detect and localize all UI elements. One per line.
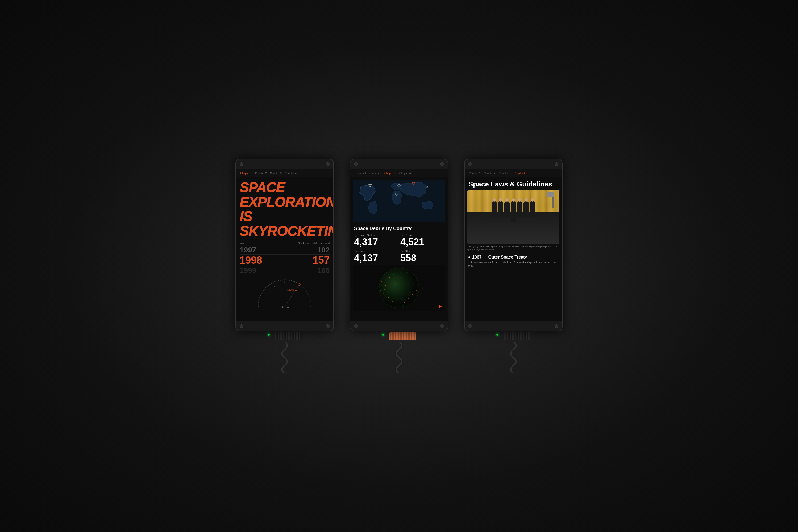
bottom-bar-2: + + bbox=[350, 321, 448, 331]
tab-chapter2-3[interactable]: Chapter 2 bbox=[482, 171, 497, 175]
screw-br-1: + bbox=[326, 324, 329, 328]
svg-point-35 bbox=[417, 288, 417, 288]
svg-point-37 bbox=[408, 299, 408, 299]
debris-us: △ United States 4,317 bbox=[354, 233, 398, 247]
person-2 bbox=[498, 201, 503, 217]
year-1998: 1998 bbox=[240, 255, 262, 266]
tab-chapter2-1[interactable]: Chapter 2 bbox=[253, 171, 268, 175]
laws-title-3: Space Laws & Guidelines bbox=[465, 177, 562, 190]
count-header: Number of satellites launched bbox=[298, 242, 329, 244]
screw-tr-3: + bbox=[555, 162, 558, 166]
treaty-year-label: 1967 — Outer Space Treaty bbox=[472, 255, 527, 260]
main-title-1: Space Exploration is Skyrocketing bbox=[236, 177, 333, 240]
photo-people bbox=[467, 201, 559, 228]
screen-2: Chapter 1 Chapter 2 Chapter 3 Chapter 4 bbox=[350, 169, 448, 321]
screw-bl-1: + bbox=[240, 324, 243, 328]
cable-area-2 bbox=[382, 331, 416, 374]
svg-point-29 bbox=[404, 302, 405, 303]
svg-point-40 bbox=[419, 286, 419, 287]
device-2: + + Chapter 1 Chapter 2 Chapter 3 Chapte… bbox=[350, 158, 448, 331]
globe-container-2 bbox=[353, 265, 445, 311]
section-title-2: Space Debris By Country bbox=[350, 224, 448, 233]
svg-point-32 bbox=[387, 281, 387, 282]
person-head-3 bbox=[506, 198, 509, 202]
top-bar-3: + + bbox=[465, 159, 562, 169]
world-map-svg bbox=[353, 179, 445, 222]
chapter-nav-3: Chapter 1 Chapter 2 Chapter 3 Chapter 4 bbox=[465, 169, 562, 177]
tab-chapter1-1[interactable]: Chapter 1 bbox=[239, 171, 253, 175]
chapter-nav-2: Chapter 1 Chapter 2 Chapter 3 Chapter 4 bbox=[350, 169, 448, 177]
count-166: 166 bbox=[317, 266, 329, 275]
coil-cable-2 bbox=[383, 342, 415, 374]
svg-point-34 bbox=[384, 289, 385, 290]
person-head-4 bbox=[512, 198, 515, 202]
svg-line-4 bbox=[294, 286, 295, 287]
svg-point-43 bbox=[403, 305, 403, 306]
person-7 bbox=[530, 201, 535, 217]
svg-point-18 bbox=[379, 268, 419, 308]
screw-bl-3: + bbox=[469, 324, 472, 328]
tab-chapter4-2[interactable]: Chapter 4 bbox=[398, 171, 413, 175]
cable-area-3 bbox=[496, 331, 530, 374]
coil-cable-3 bbox=[497, 342, 529, 374]
svg-marker-11 bbox=[287, 306, 289, 308]
screen-1: Chapter 1 Chapter 2 Chapter 3 Chapter 4 … bbox=[236, 169, 333, 321]
tab-chapter4-3[interactable]: Chapter 4 bbox=[512, 171, 527, 175]
svg-point-25 bbox=[415, 284, 415, 284]
device-1: + + Chapter 1 Chapter 2 Chapter 3 Chapte… bbox=[235, 158, 334, 331]
chapter-nav-1: Chapter 1 Chapter 2 Chapter 3 Chapter 4 bbox=[236, 169, 333, 177]
person-head-6 bbox=[525, 198, 528, 202]
tab-chapter3-2[interactable]: Chapter 3 bbox=[383, 171, 398, 175]
bottom-bar-3: + + bbox=[465, 321, 562, 331]
tab-chapter1-2[interactable]: Chapter 1 bbox=[353, 171, 368, 175]
tab-chapter3-1[interactable]: Chapter 3 bbox=[268, 171, 283, 175]
top-bar-2: + + bbox=[350, 159, 448, 169]
debris-china: ◇ China 4,137 bbox=[354, 249, 398, 263]
person-3 bbox=[504, 201, 510, 217]
year-1999: 1999 bbox=[240, 267, 256, 275]
other-count: 558 bbox=[400, 253, 444, 263]
coil-cable-1 bbox=[269, 342, 301, 374]
svg-point-39 bbox=[407, 272, 407, 273]
photo-caption-3: The signing of the Outer Space Treaty in… bbox=[465, 244, 562, 252]
svg-point-33 bbox=[411, 280, 412, 281]
photo-container-3: 🏳 bbox=[467, 190, 559, 244]
screw-tr-1: + bbox=[326, 162, 329, 166]
treaty-desc-3: This treaty set out the founding princip… bbox=[465, 260, 562, 268]
device-3-wrapper: + + Chapter 1 Chapter 2 Chapter 3 Chapte… bbox=[464, 158, 563, 374]
dial-area-1: 1998 157 bbox=[236, 275, 333, 309]
screen-3: Chapter 1 Chapter 2 Chapter 3 Chapter 4 … bbox=[465, 169, 562, 321]
bottom-bar-1: + + bbox=[236, 321, 333, 331]
svg-text:1998  157: 1998 157 bbox=[287, 289, 298, 291]
svg-line-6 bbox=[310, 306, 311, 307]
svg-point-28 bbox=[392, 301, 393, 302]
tab-chapter1-3[interactable]: Chapter 1 bbox=[467, 171, 482, 175]
svg-line-1 bbox=[263, 296, 264, 297]
photo-scene-3: 🏳 bbox=[467, 190, 559, 244]
device-2-wrapper: + + Chapter 1 Chapter 2 Chapter 3 Chapte… bbox=[350, 158, 448, 374]
device-1-wrapper: + + Chapter 1 Chapter 2 Chapter 3 Chapte… bbox=[235, 158, 334, 374]
russia-count: 4,521 bbox=[400, 237, 444, 247]
russia-name: Russia bbox=[405, 234, 413, 237]
led-3 bbox=[496, 334, 498, 336]
table-header-1: Year Number of satellites launched bbox=[240, 242, 329, 244]
cable-area-1 bbox=[268, 331, 302, 374]
person-5 bbox=[517, 201, 522, 217]
svg-point-42 bbox=[396, 306, 397, 306]
tab-chapter2-2[interactable]: Chapter 2 bbox=[368, 171, 383, 175]
screw-tl-1: + bbox=[240, 162, 243, 166]
person-head-1 bbox=[493, 198, 496, 202]
tab-chapter4-1[interactable]: Chapter 4 bbox=[283, 171, 298, 175]
person-head-5 bbox=[518, 198, 521, 202]
tab-chapter3-3[interactable]: Chapter 3 bbox=[497, 171, 512, 175]
screw-tr-2: + bbox=[440, 162, 444, 166]
other-name: Other bbox=[405, 250, 412, 253]
globe-svg bbox=[378, 267, 420, 309]
debris-grid-2: △ United States 4,317 ⊙ Russia 4,521 bbox=[350, 233, 448, 263]
device-3: + + Chapter 1 Chapter 2 Chapter 3 Chapte… bbox=[464, 158, 563, 331]
svg-point-36 bbox=[388, 297, 389, 298]
svg-point-24 bbox=[385, 285, 386, 286]
person-6 bbox=[524, 201, 529, 217]
debris-other: ⊙ Other 558 bbox=[400, 249, 444, 263]
main-scene: + + Chapter 1 Chapter 2 Chapter 3 Chapte… bbox=[0, 0, 798, 532]
